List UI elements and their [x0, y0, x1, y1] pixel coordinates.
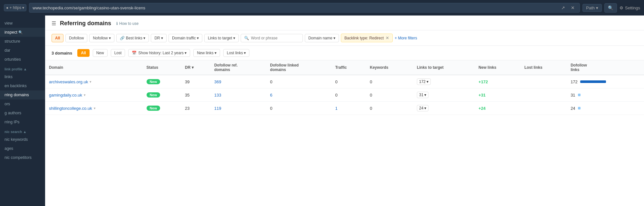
cell-dofollow-ref: 369 — [210, 75, 266, 88]
settings-label: Settings — [625, 5, 640, 10]
cell-domain: shillingtoncollege.co.uk ▾ — [45, 102, 143, 115]
new-links-value: +172 — [478, 79, 488, 84]
path-button[interactable]: Path ▾ — [582, 4, 602, 12]
close-tab-icon[interactable]: ✕ — [569, 5, 576, 11]
col-lost-links[interactable]: Lost links — [521, 60, 567, 75]
browser-search-button[interactable]: 🔍 — [604, 3, 617, 13]
external-link-icon[interactable]: ↗ — [560, 5, 567, 11]
dofollow-filter-button[interactable]: Dofollow — [65, 34, 87, 42]
links-to-target-dropdown[interactable]: 172 ▾ — [417, 78, 431, 85]
cell-dr: 23 — [181, 102, 210, 115]
status-badge: New — [147, 92, 160, 98]
sidebar-item-ips[interactable]: rring IPs — [0, 118, 45, 127]
cell-traffic: 0 — [331, 88, 366, 102]
links-to-target-filter-button[interactable]: Links to target ▾ — [204, 34, 239, 42]
dofollow-linked-value: 0 — [270, 79, 272, 84]
dofollow-linked-value[interactable]: 6 — [270, 93, 272, 98]
sidebar-item-referring-domains[interactable]: rring domains — [0, 90, 45, 99]
traffic-value[interactable]: 1 — [335, 106, 337, 111]
info-icon: ℹ — [116, 21, 118, 26]
sidebar-item-opportunities[interactable]: ortunities — [0, 55, 45, 64]
links-to-target-dropdown[interactable]: 24 ▾ — [417, 105, 428, 111]
cell-new-links: +31 — [475, 88, 520, 102]
cell-lost-links — [521, 102, 567, 115]
cell-dr: 35 — [181, 88, 210, 102]
inspect-search-icon: 🔍 — [18, 30, 23, 34]
links-to-target-dropdown[interactable]: 31 ▾ — [417, 92, 428, 98]
filter-bar: All Dofollow Nofollow ▾ 🔗 Best links ▾ D… — [45, 30, 644, 46]
col-new-links[interactable]: New links — [475, 60, 520, 75]
cell-keywords: 0 — [366, 102, 413, 115]
cell-dofollow-ref: 119 — [210, 102, 266, 115]
sidebar-item-view[interactable]: view — [0, 19, 45, 28]
sidebar-item-backlinks[interactable]: en backlinks — [0, 81, 45, 90]
path-label: Path — [586, 5, 595, 10]
path-chevron-icon: ▾ — [596, 5, 598, 10]
protocol-select[interactable]: ● + https ▾ — [4, 4, 26, 11]
cell-status: New — [143, 102, 181, 115]
sidebar-item-keywords[interactable]: nic keywords — [0, 135, 45, 144]
all-toggle-button[interactable]: All — [77, 49, 89, 57]
new-toggle-button[interactable]: New — [93, 49, 108, 57]
how-to-use-link[interactable]: ℹ How to use — [116, 21, 139, 26]
cell-domain: archiveswales.org.uk ▾ — [45, 75, 143, 88]
cell-dofollow-links: 172 — [567, 75, 644, 88]
domain-link[interactable]: shillingtoncollege.co.uk ▾ — [49, 106, 139, 111]
col-dofollow-linked[interactable]: Dofollow linkeddomains — [266, 60, 331, 75]
sidebar-item-ors[interactable]: ors — [0, 99, 45, 108]
col-dofollow-links[interactable]: Dofollowlinks — [567, 60, 644, 75]
dr-filter-button[interactable]: DR ▾ — [151, 34, 167, 42]
dofollow-links-value: 31 — [571, 93, 575, 98]
sidebar-item-structure[interactable]: structure — [0, 37, 45, 46]
dofollow-linked-value: 0 — [270, 106, 272, 111]
sidebar-item-inspect[interactable]: inspect 🔍 — [0, 28, 45, 37]
domain-link[interactable]: gamingdaily.co.uk ▾ — [49, 93, 139, 98]
keywords-value: 0 — [370, 93, 372, 98]
lost-toggle-button[interactable]: Lost — [111, 49, 125, 57]
menu-icon[interactable]: ☰ — [52, 20, 56, 26]
sidebar-item-competitors[interactable]: nic competitors — [0, 153, 45, 162]
sidebar: view inspect 🔍 structure dar ortunities … — [0, 15, 45, 206]
best-links-filter-button[interactable]: 🔗 Best links ▾ — [116, 34, 149, 42]
domains-count: 3 domains — [52, 51, 72, 56]
link-icon: 🔗 — [120, 36, 125, 40]
sidebar-item-authors[interactable]: g authors — [0, 108, 45, 118]
cell-dofollow-links: 31 — [567, 88, 644, 102]
history-button[interactable]: 📅 Show history: Last 2 years ▾ — [128, 49, 190, 57]
word-phrase-search[interactable]: 🔍 — [241, 34, 303, 42]
col-links-to-target[interactable]: Links to target — [413, 60, 475, 75]
remove-filter-icon[interactable]: ✕ — [386, 36, 389, 40]
col-traffic[interactable]: Traffic — [331, 60, 366, 75]
table-row: archiveswales.org.uk ▾New39369000172 ▾+1… — [45, 75, 644, 88]
all-filter-button[interactable]: All — [52, 34, 63, 42]
main-content: ☰ Referring domains ℹ How to use All Dof… — [45, 15, 644, 206]
cell-links-to-target: 172 ▾ — [413, 75, 475, 88]
link-profile-section-header: link profile ▲ — [0, 64, 45, 72]
new-links-dropdown[interactable]: New links ▾ — [193, 49, 220, 57]
best-links-label: Best links ▾ — [126, 36, 146, 40]
domain-traffic-filter-button[interactable]: Domain traffic ▾ — [168, 34, 202, 42]
dofollow-ref-value[interactable]: 133 — [214, 93, 221, 98]
col-status[interactable]: Status — [143, 60, 181, 75]
col-keywords[interactable]: Keywords — [366, 60, 413, 75]
more-filters-button[interactable]: + More filters — [395, 36, 417, 40]
col-domain[interactable]: Domain — [45, 60, 143, 75]
traffic-value: 0 — [335, 93, 337, 98]
dropdown-icon: ▾ — [84, 93, 86, 97]
dofollow-ref-value[interactable]: 369 — [214, 79, 221, 84]
nofollow-filter-button[interactable]: Nofollow ▾ — [89, 34, 114, 42]
search-input[interactable] — [251, 36, 299, 40]
ltt-chevron-icon: ▾ — [424, 93, 426, 97]
col-dofollow-ref[interactable]: Dofollow ref.domains — [210, 60, 266, 75]
domain-link[interactable]: archiveswales.org.uk ▾ — [49, 79, 139, 84]
settings-button[interactable]: ⚙ Settings — [620, 5, 640, 10]
sidebar-item-links[interactable]: links — [0, 72, 45, 81]
sidebar-item-pages[interactable]: ages — [0, 144, 45, 153]
dofollow-ref-value[interactable]: 119 — [214, 106, 221, 111]
sidebar-item-dar[interactable]: dar — [0, 46, 45, 55]
domain-name-filter-button[interactable]: Domain name ▾ — [305, 34, 339, 42]
lost-links-dropdown[interactable]: Lost links ▾ — [223, 49, 249, 57]
new-links-value: +24 — [478, 106, 485, 111]
col-dr[interactable]: DR ▾ — [181, 60, 210, 75]
keywords-value: 0 — [370, 106, 372, 111]
